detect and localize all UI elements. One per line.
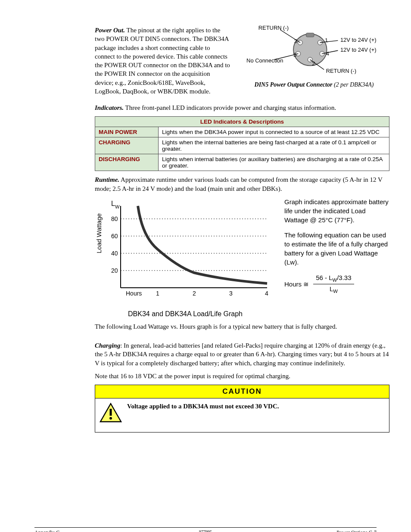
led-table-header: LED Indicators & Descriptions (95, 117, 389, 127)
warning-triangle-icon (100, 403, 122, 423)
load-life-graph: 20 40 60 80 1 2 3 4 Load Wattage LW Hour… (95, 197, 276, 318)
svg-text:RETURN (-): RETURN (-) (326, 68, 356, 74)
led-row-label: DISCHARGING (95, 154, 159, 171)
svg-text:4: 4 (326, 50, 329, 57)
din5-connector-figure: 1 3 4 5 2 RETURN (-) 12V to 24V (+) 12V … (239, 26, 389, 88)
caution-header: CAUTION (95, 385, 389, 398)
svg-text:5: 5 (293, 52, 296, 58)
charging-note: Note that 16 to 18 VDC at the power inpu… (95, 372, 389, 380)
led-indicators-table: LED Indicators & Descriptions MAIN POWER… (95, 116, 389, 171)
page-footer: Appendix C 977995 Power Options C-7 (34, 527, 377, 532)
indicators-intro: Indicators. Three front-panel LED indica… (95, 103, 389, 112)
caution-box: CAUTION Voltage applied to a DBK34A must… (95, 385, 389, 432)
svg-text:Load Wattage: Load Wattage (95, 213, 103, 253)
svg-text:Hours: Hours (126, 290, 142, 297)
svg-text:20: 20 (111, 267, 118, 274)
svg-text:4: 4 (265, 290, 268, 297)
svg-text:1: 1 (156, 290, 159, 297)
din5-caption: DIN5 Power Output Connector (2 per DBK34… (239, 81, 389, 88)
power-out-heading: Power Out. (95, 27, 125, 34)
svg-text:12V to 24V (+): 12V to 24V (+) (340, 47, 377, 53)
graph-title: DBK34 and DBK34A Load/Life Graph (95, 310, 276, 318)
svg-text:3: 3 (229, 290, 233, 297)
runtime-equation: Hours ≅ 56 - LW/3.33 LW (284, 273, 389, 295)
svg-text:80: 80 (111, 215, 118, 222)
led-row-desc: Lights when the DBK34A power input is co… (159, 127, 389, 137)
charging-paragraph: Charging: In general, lead-acid batterie… (95, 341, 389, 367)
post-graph-note: The following Load Wattage vs. Hours gra… (95, 322, 389, 331)
footer-mid: 977995 (34, 529, 377, 532)
power-out-body: The pinout at the right applies to the t… (95, 27, 230, 95)
led-row-desc: Lights when the internal batteries are b… (159, 137, 389, 154)
svg-text:No Connection: No Connection (246, 57, 283, 64)
svg-text:12V to 24V (+): 12V to 24V (+) (340, 37, 377, 43)
svg-text:60: 60 (111, 233, 118, 240)
led-row-desc: Lights when internal batteries (or auxil… (159, 154, 389, 171)
power-out-paragraph: Power Out. The pinout at the right appli… (95, 26, 230, 96)
svg-text:2: 2 (312, 60, 315, 67)
svg-text:3: 3 (294, 38, 297, 44)
svg-text:40: 40 (111, 250, 118, 257)
svg-text:1: 1 (325, 37, 328, 44)
svg-rect-1 (306, 33, 314, 37)
graph-side-text: Graph indicates approximate battery life… (284, 197, 389, 295)
runtime-paragraph: Runtime. Approximate runtime under vario… (95, 175, 389, 193)
svg-rect-40 (110, 409, 112, 416)
svg-point-41 (109, 417, 112, 420)
svg-text:RETURN (-): RETURN (-) (258, 26, 289, 31)
led-row-label: CHARGING (95, 137, 159, 154)
caution-text: Voltage applied to a DBK34A must not exc… (127, 403, 279, 410)
svg-text:LW: LW (111, 200, 120, 209)
led-row-label: MAIN POWER (95, 127, 159, 137)
svg-text:2: 2 (193, 290, 196, 297)
